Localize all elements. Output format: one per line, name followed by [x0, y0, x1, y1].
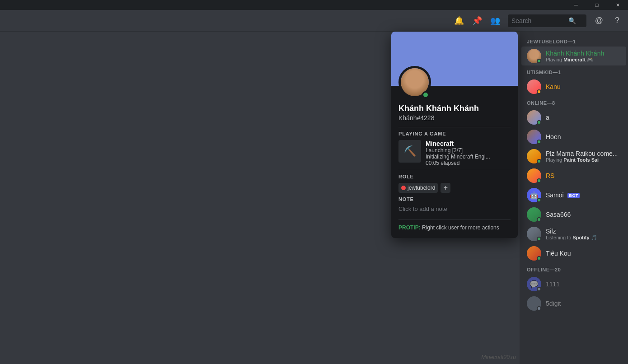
member-tieu-kou[interactable]: Tiêu Kou: [521, 244, 626, 263]
status-rs: [537, 178, 541, 183]
popup-divider-1: [398, 127, 511, 127]
game-detail1: Launching [3/7]: [426, 147, 511, 154]
status-plz: [537, 159, 541, 163]
member-name-5digit: 5digit: [546, 300, 623, 307]
member-info-5digit: 5digit: [546, 300, 623, 307]
member-info-sasa666: Sasa666: [546, 211, 623, 218]
member-silz[interactable]: Silz Listening to Spotify 🎵: [521, 224, 626, 243]
avatar-wrap-rs: [527, 168, 541, 183]
member-activity-khanh: Playing Minecraft 🎮: [546, 57, 623, 63]
search-input[interactable]: [511, 17, 566, 24]
member-name-silz: Silz: [546, 228, 623, 235]
popup-role-tag: jewtubelord: [398, 183, 438, 193]
member-name-a: a: [546, 114, 623, 121]
pin-icon[interactable]: 📌: [472, 15, 483, 26]
avatar-wrap-5digit: [527, 296, 541, 311]
protip-text: Right click user for more actions: [422, 224, 499, 231]
toolbar: 🔔 📌 👥 🔍 @ ?: [0, 10, 628, 32]
avatar-wrap-sasa666: [527, 207, 541, 222]
protip-label: PROTIP:: [398, 224, 421, 231]
popup-username: Khánh Khánh Khánh: [398, 104, 511, 113]
avatar-wrap-samoi: 🤖: [527, 188, 541, 202]
member-activity-plz: Playing Paint Tools Sai: [546, 157, 623, 163]
member-info-plz: Plz Mama Raikou come... Playing Paint To…: [546, 150, 623, 163]
game-title: Minecraft: [426, 140, 511, 147]
watermark: Minecraft20.ru: [481, 354, 516, 360]
status-samoi: [537, 198, 541, 202]
member-info-silz: Silz Listening to Spotify 🎵: [546, 228, 623, 241]
sidebar-scroll[interactable]: JEWTUBELORD—1 Khánh Khánh Khánh Playing …: [520, 35, 628, 364]
game-detail2: Initializing Minecraft Engi...: [426, 154, 511, 160]
main-layout: Minecraft20.ru JEWTUBELORD—1 Khánh Khánh…: [0, 32, 628, 364]
member-name-1111: 1111: [546, 280, 623, 288]
close-button[interactable]: ✕: [607, 0, 628, 10]
popup-note-section: NOTE Click to add a note: [398, 196, 511, 212]
member-1111[interactable]: 💬 1111: [521, 275, 626, 294]
popup-banner: [391, 32, 518, 86]
section-offline: OFFLINE—20: [520, 263, 628, 274]
game-elapsed: 00:05 elapsed: [426, 160, 511, 166]
status-a: [537, 120, 541, 125]
member-info-1111: 1111: [546, 280, 623, 288]
member-info-khanh: Khánh Khánh Khánh Playing Minecraft 🎮: [546, 50, 623, 63]
status-1111: [537, 287, 541, 291]
avatar-wrap-a: [527, 110, 541, 125]
member-hoen[interactable]: Hoen: [521, 127, 626, 146]
member-rs[interactable]: RS: [521, 166, 626, 185]
status-kanu: [537, 89, 541, 94]
avatar-wrap-tieu-kou: [527, 246, 541, 261]
status-5digit: [537, 306, 541, 311]
avatar-wrap-hoen: [527, 130, 541, 144]
member-khanh[interactable]: Khánh Khánh Khánh Playing Minecraft 🎮: [521, 47, 626, 65]
member-info-samoi: Samoi BOT: [546, 191, 623, 199]
popup-note-placeholder[interactable]: Click to add a note: [398, 205, 511, 212]
status-silz: [537, 237, 541, 241]
member-name-hoen: Hoen: [546, 133, 623, 140]
popup-status-dot: [422, 91, 429, 98]
popup-role-label: ROLE: [398, 174, 511, 179]
bot-badge-samoi: BOT: [567, 193, 580, 198]
minimize-button[interactable]: ─: [566, 0, 586, 10]
search-box[interactable]: 🔍: [508, 14, 586, 27]
mention-icon[interactable]: @: [594, 15, 605, 26]
game-icon: ⛏️: [398, 140, 421, 163]
member-name-sasa666: Sasa666: [546, 211, 623, 218]
role-dot: [401, 186, 406, 190]
members-sidebar: JEWTUBELORD—1 Khánh Khánh Khánh Playing …: [520, 32, 628, 364]
member-name-plz: Plz Mama Raikou come...: [546, 150, 623, 157]
member-info-a: a: [546, 114, 623, 121]
section-utismkid: UTISMKID—1: [520, 66, 628, 77]
popup-body: Khánh Khánh Khánh Khánh#4228 PLAYING A G…: [391, 86, 518, 238]
member-kanu[interactable]: Kanu: [521, 77, 626, 96]
member-plz[interactable]: Plz Mama Raikou come... Playing Paint To…: [521, 147, 626, 166]
member-5digit[interactable]: 5digit: [521, 294, 626, 313]
member-sasa666[interactable]: Sasa666: [521, 205, 626, 224]
game-info: Minecraft Launching [3/7] Initializing M…: [426, 140, 511, 166]
search-icon: 🔍: [568, 17, 576, 24]
member-a[interactable]: a: [521, 108, 626, 127]
member-name-rs: RS: [546, 172, 623, 179]
member-name-tieu-kou: Tiêu Kou: [546, 250, 623, 257]
popup-role-tags: jewtubelord +: [398, 183, 511, 193]
status-sasa666: [537, 217, 541, 222]
member-info-hoen: Hoen: [546, 133, 623, 140]
section-jewtubelord: JEWTUBELORD—1: [520, 35, 628, 46]
member-name-khanh: Khánh Khánh Khánh: [546, 50, 623, 57]
avatar-wrap-1111: 💬: [527, 277, 541, 291]
role-name: jewtubelord: [408, 185, 435, 191]
section-online: ONLINE—8: [520, 97, 628, 107]
popup-playing-label: PLAYING A GAME: [398, 131, 511, 136]
member-samoi[interactable]: 🤖 Samoi BOT: [521, 186, 626, 205]
notifications-icon[interactable]: 🔔: [454, 15, 464, 26]
avatar-wrap-khanh: [527, 49, 541, 63]
status-khanh: [537, 59, 541, 63]
avatar-wrap-silz: [527, 227, 541, 241]
member-info-rs: RS: [546, 172, 623, 179]
role-add-button[interactable]: +: [441, 183, 450, 193]
popup-role-section: ROLE jewtubelord +: [398, 174, 511, 193]
members-icon[interactable]: 👥: [490, 15, 501, 26]
status-tieu-kou: [537, 256, 541, 261]
help-icon[interactable]: ?: [612, 15, 623, 26]
title-bar: ─ □ ✕: [0, 0, 628, 10]
maximize-button[interactable]: □: [586, 0, 607, 10]
